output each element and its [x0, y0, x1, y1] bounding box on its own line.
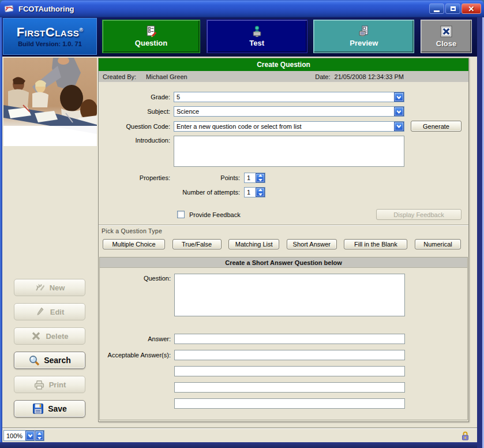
nav-preview-button[interactable]: Preview — [313, 20, 414, 53]
save-button[interactable]: Save — [14, 400, 85, 417]
save-floppy-icon — [32, 403, 44, 415]
question-label: Question: — [100, 274, 174, 282]
chevron-down-icon — [396, 123, 402, 129]
attempts-stepper[interactable]: 1 — [244, 187, 265, 197]
subject-label: Subject: — [99, 108, 174, 115]
delete-label: Delete — [46, 332, 68, 341]
window-frame-right — [477, 17, 484, 448]
zoom-dropdown-button[interactable] — [25, 431, 35, 440]
acceptable-answer-input-2[interactable] — [174, 366, 405, 376]
grade-value: 5 — [174, 94, 394, 100]
grade-select[interactable]: 5 — [174, 92, 404, 102]
chevron-down-icon — [396, 109, 402, 115]
question-checklist-icon — [145, 25, 157, 38]
grade-dropdown-button[interactable] — [394, 92, 404, 102]
short-answer-panel: Create a Short Answer Question below Que… — [99, 257, 468, 420]
properties-label: Properties: — [99, 174, 174, 181]
type-fill-in-the-blank-button[interactable]: Fill in the Blank — [344, 239, 407, 249]
introduction-label: Introduction: — [99, 136, 174, 144]
close-icon: ✕ — [468, 5, 475, 13]
points-stepper[interactable]: 1 — [244, 173, 265, 183]
type-true-false-button[interactable]: True/False — [172, 239, 222, 249]
subject-value: Science — [174, 108, 394, 115]
subject-dropdown-button[interactable] — [394, 107, 404, 116]
close-window-button[interactable]: ✕ — [462, 3, 481, 14]
app-icon — [4, 3, 14, 14]
print-button[interactable]: Print — [14, 376, 85, 393]
minimize-button[interactable] — [429, 3, 444, 14]
subject-select[interactable]: Science — [174, 106, 404, 117]
chevron-down-icon — [27, 432, 33, 439]
brand-logo: FirstClass® — [17, 26, 84, 39]
app-window: FCOTAuthoring ✕ FirstClass® Build Versio… — [0, 0, 484, 448]
attempts-spin-buttons[interactable] — [256, 188, 265, 197]
zoom-value: 100% — [4, 432, 25, 439]
registered-mark: ® — [79, 27, 83, 32]
provide-feedback-label: Provide Feedback — [189, 211, 241, 218]
spinner-arrows-icon — [257, 188, 264, 196]
zoom-control[interactable]: 100% — [3, 430, 44, 441]
nav-close-label: Close — [436, 39, 456, 48]
answer-input[interactable] — [174, 334, 405, 344]
search-icon — [28, 354, 40, 366]
delete-icon — [31, 331, 42, 341]
date-value: 21/05/2008 12:34:33 PM — [335, 73, 404, 80]
acceptable-answer-input-4[interactable] — [174, 398, 405, 409]
provide-feedback-checkbox[interactable] — [177, 211, 185, 218]
nav-question-button[interactable]: Question — [102, 20, 200, 53]
new-button[interactable]: New — [14, 279, 85, 296]
question-code-value: Enter a new question code or select from… — [174, 123, 394, 130]
delete-button[interactable]: Delete — [14, 327, 85, 345]
attempts-value: 1 — [245, 189, 256, 196]
type-short-answer-button[interactable]: Short Answer — [287, 239, 337, 249]
meta-bar: Created By: Michael Green Date: 21/05/20… — [99, 71, 468, 82]
type-matching-list-button[interactable]: Matching List — [228, 239, 279, 249]
question-type-buttons: Multiple Choice True/False Matching List… — [99, 234, 468, 249]
minimize-icon — [434, 10, 440, 12]
question-form: Grade: 5 Subject: Science — [99, 82, 468, 220]
app-header: FirstClass® Build Version: 1.0. 71 Quest… — [2, 17, 477, 57]
window-frame-bottom — [0, 442, 484, 448]
acceptable-answer-input-1[interactable] — [174, 350, 405, 360]
search-label: Search — [44, 356, 71, 365]
maximize-icon — [451, 6, 456, 11]
status-bar: 100% — [2, 428, 477, 442]
window-title: FCOTAuthoring — [18, 5, 74, 13]
edit-icon — [35, 307, 46, 317]
points-label: Points: — [174, 174, 244, 181]
nav-test-label: Test — [249, 39, 264, 47]
zoom-spin-buttons[interactable] — [35, 431, 44, 440]
maximize-button[interactable] — [445, 3, 460, 14]
acceptable-answer-input-3[interactable] — [174, 382, 405, 393]
introduction-textarea[interactable] — [174, 136, 404, 167]
question-code-dropdown-button[interactable] — [394, 122, 404, 131]
generate-button[interactable]: Generate — [411, 121, 462, 132]
sidebar: New Edit Delete — [2, 57, 98, 428]
brand-panel: FirstClass® Build Version: 1.0. 71 — [3, 18, 97, 55]
question-code-select[interactable]: Enter a new question code or select from… — [174, 121, 404, 132]
print-label: Print — [49, 380, 66, 389]
search-button[interactable]: Search — [14, 352, 85, 369]
short-answer-header: Create a Short Answer Question below — [100, 257, 467, 268]
acceptable-answers-label: Acceptable Answer(s): — [100, 352, 174, 359]
sidebar-actions: New Edit Delete — [14, 279, 85, 417]
edit-button[interactable]: Edit — [14, 303, 85, 320]
nav-question-label: Question — [135, 39, 167, 47]
points-spin-buttons[interactable] — [256, 173, 265, 182]
question-textarea[interactable] — [174, 274, 405, 316]
type-multiple-choice-button[interactable]: Multiple Choice — [103, 239, 165, 249]
section-title: Create Question — [257, 61, 310, 69]
spinner-arrows-icon — [257, 174, 264, 182]
question-code-label: Question Code: — [99, 123, 174, 130]
type-numerical-button[interactable]: Numerical — [415, 239, 461, 249]
classroom-photo — [3, 58, 97, 146]
new-icon — [35, 282, 46, 293]
new-label: New — [50, 283, 65, 292]
nav-preview-label: Preview — [350, 39, 378, 47]
nav-close-button[interactable]: Close — [421, 20, 472, 53]
nav-test-button[interactable]: Test — [207, 20, 307, 53]
chevron-down-icon — [396, 94, 402, 100]
preview-document-icon — [358, 25, 370, 38]
display-feedback-button[interactable]: Display Feedback — [376, 209, 462, 220]
test-person-icon — [251, 25, 263, 38]
